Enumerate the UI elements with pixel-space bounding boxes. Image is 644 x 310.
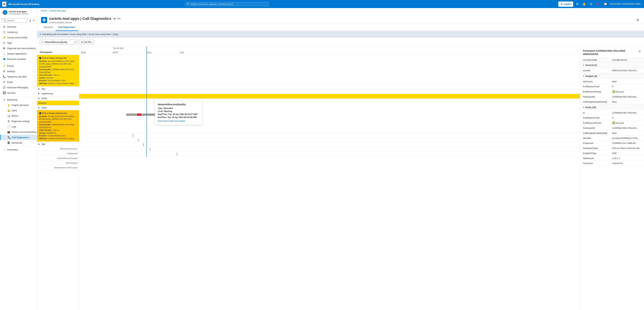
breadcrumb-resource[interactable]: corertc-test-apps (50, 9, 66, 12)
entity-section-label: Entity (16) (586, 106, 596, 109)
access-control-icon: 🔑 (3, 36, 6, 39)
feedback-button[interactable]: 💬 (602, 2, 608, 6)
sidebar-item-monitoring[interactable]: ∨ Monitoring (0, 97, 37, 102)
sidebar-item-advisor-recommendations[interactable]: 💼 Advisor recommendations (0, 129, 37, 135)
sidebar-item-workbooks[interactable]: 📓 Workbooks (0, 140, 37, 146)
sidebar-item-events[interactable]: ⚡ Events › (0, 63, 37, 69)
sidebar-item-call-diagnostics[interactable]: 📞 Call Diagnostics (0, 135, 37, 140)
category-row-video[interactable]: ▶ Video (37, 105, 79, 110)
tooltip-level-label: Level: (158, 110, 164, 113)
time-label-4: 09:5 (180, 51, 184, 54)
metrics-icon: 📊 (7, 115, 10, 117)
detail-panel-close-button[interactable]: ✕ (638, 49, 641, 54)
call-diagnostics-icon: 📞 (8, 136, 10, 139)
category-row-app-1[interactable]: ▶ App (37, 87, 79, 91)
sidebar-item-alerts[interactable]: 🔔 Alerts (0, 108, 37, 113)
sidebar-item-email[interactable]: ✉ Email › (0, 79, 37, 85)
sidebar-item-metrics[interactable]: 📊 Metrics (0, 113, 37, 119)
tooltip-start-label: StartTime: (158, 113, 168, 116)
sidebar-search-box[interactable]: 🔍 (2, 18, 28, 22)
network-timeline-row (79, 94, 580, 99)
detail-section-general-header[interactable]: ∨ General (1) (580, 62, 644, 68)
tab-call-diagnostics[interactable]: Call Diagnostics (56, 24, 78, 31)
category-row-app-sharing[interactable]: ▶ AppSharing (37, 91, 79, 96)
sidebar-search-icon: 🔍 (4, 19, 6, 22)
detail-section-entity-header[interactable]: ∨ Entity (16) (580, 104, 644, 110)
app-sharing-expand-button[interactable]: ▶ (38, 93, 40, 95)
sidebar-item-automation[interactable]: › Automation (0, 147, 37, 152)
sidebar-item-label: Workbooks (12, 142, 22, 144)
tab-overview[interactable]: Overview (41, 24, 56, 31)
timeline-cursor (146, 47, 147, 55)
global-search-input[interactable] (190, 3, 267, 5)
system-row-1: System: Android (39, 76, 77, 79)
filter-search-box[interactable]: 🔍 ✕ (40, 40, 78, 44)
tooltip-details-link[interactable]: Click here to view more details (158, 120, 199, 122)
audio-expand-button[interactable]: ▶ (38, 97, 40, 99)
breadcrumb-home[interactable]: Home (41, 9, 47, 12)
monitoring-chevron-down-icon: ∨ (3, 98, 6, 101)
resource-visualizer-icon: 🔷 (3, 58, 6, 60)
sidebar-item-tags[interactable]: 🏷 Tags (0, 40, 37, 46)
field-value: ✅ Success (612, 90, 642, 93)
hamburger-menu-button[interactable]: ☰ (2, 1, 6, 7)
sidebar-item-logs[interactable]: 📄 Logs (0, 124, 37, 129)
sidebar-search-input[interactable] (7, 19, 26, 22)
more-options-button[interactable]: ••• (117, 16, 121, 21)
sidebar-item-diagnose[interactable]: ✖ Diagnose and solve problems (0, 46, 37, 51)
category-row-network[interactable]: Network (37, 101, 79, 105)
video-expand-button[interactable]: ▶ (38, 107, 40, 109)
field-value: Android 10. (612, 162, 642, 164)
time-label-3: 09:51 (146, 51, 152, 54)
sidebar-expand-button[interactable]: ≡ (33, 19, 35, 22)
client-version-row-1: Client Version: 1.25.1.1 (39, 74, 77, 76)
sidebar-item-activity-log[interactable]: 📋 Activity log (0, 29, 37, 35)
communication-service-icon (42, 18, 46, 22)
sidebar-item-label: Overview (7, 25, 16, 28)
account-label[interactable]: MICROSOFT (MICROSOFT.ONM... (610, 3, 642, 5)
participant-type-1: ⬛ ACS as Teams external user (39, 57, 77, 59)
field-name: EndReasonCode (583, 117, 612, 119)
system-value-1: Android (47, 77, 53, 79)
tooltip-card: NetworkReceiveQuality Type: Operation Le… (155, 100, 202, 125)
sidebar-item-label: Access control (IAM) (7, 36, 27, 39)
sidebar-item-settings[interactable]: ⚙ Settings › (0, 69, 37, 74)
add-filter-button[interactable]: ⊕ Add filter (79, 40, 94, 44)
page-header: corertc-test-apps | Call Diagnostics ★ •… (37, 13, 644, 24)
settings-button[interactable]: ⚙ (588, 2, 594, 6)
copilot-button[interactable]: ✦ Copilot (558, 1, 573, 7)
sidebar-item-sample-apps[interactable]: 📄 Sample applications (0, 51, 37, 56)
breadcrumb: Home › corertc-test-apps (37, 8, 644, 13)
app-2-expand-button[interactable]: ▶ (38, 143, 40, 145)
portal-icon-button[interactable]: 🖥 (574, 2, 580, 6)
sidebar-item-advanced-messaging[interactable]: 💬 Advanced Messaging › (0, 85, 37, 90)
field-value: 556037ad-5d2c-451e-83... (612, 69, 642, 72)
filter-clear-button[interactable]: ✕ (74, 41, 76, 43)
detail-section-insights-header[interactable]: ∨ Insights (5) (580, 73, 644, 79)
page-close-button[interactable]: ✕ (636, 17, 640, 23)
sidebar-item-access-control[interactable]: 🔑 Access control (IAM) (0, 35, 37, 40)
category-row-app-2[interactable]: ▶ App (37, 142, 79, 147)
sidebar-item-diagnostic-settings[interactable]: ⚙ Diagnostic settings (0, 119, 37, 124)
filter-search-input[interactable] (45, 41, 73, 43)
sidebar-item-overview[interactable]: ⊞ Overview (0, 24, 37, 29)
call-agent-marker (138, 139, 138, 141)
help-button[interactable]: ❓ (595, 2, 601, 6)
app-expand-button-1[interactable]: ▶ (38, 88, 40, 90)
overview-icon: ⊞ (3, 25, 6, 28)
notifications-button[interactable]: 🔔 (581, 2, 587, 6)
field-name: ParticipantId (583, 96, 612, 98)
tooltip-type-label: Type: (158, 107, 164, 109)
sidebar-collapse-button[interactable]: ❮ (29, 18, 32, 22)
sidebar-item-services[interactable]: 🔲 Services › (0, 90, 37, 96)
sidebar-item-telephony[interactable]: 📞 Telephony and SMS › (0, 74, 37, 79)
favorite-button[interactable]: ★ (112, 16, 117, 21)
diagnose-icon: ✖ (3, 47, 6, 50)
category-row-audio[interactable]: ▶ Audio (37, 96, 79, 101)
tooltip-start-value: Tue, 30 Apr 2024 09:51:07 GMT (168, 113, 198, 116)
sidebar-item-insights[interactable]: 💡 Insights (preview) (0, 102, 37, 108)
page-header-actions: ✕ (636, 17, 640, 23)
global-search-box[interactable]: 🔍 (185, 2, 269, 6)
sidebar-item-resource-visualizer[interactable]: 🔷 Resource visualizer (0, 56, 37, 62)
filter-bar: 🔍 ✕ ⊕ Add filter (37, 38, 644, 47)
